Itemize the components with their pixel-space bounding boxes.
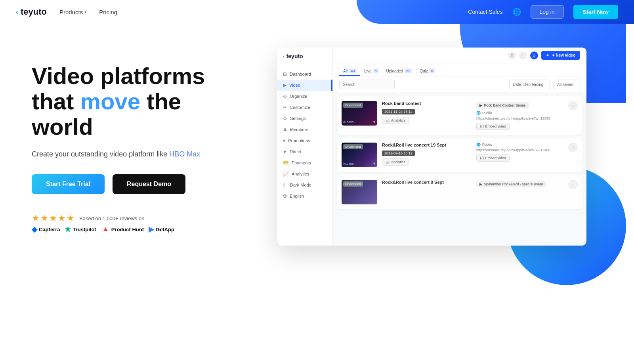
tab-live-label: Live bbox=[364, 69, 371, 73]
sidebar-item-payments[interactable]: 💳 Payments bbox=[277, 157, 332, 168]
topbar-settings-icon[interactable]: ⚙ bbox=[508, 51, 516, 59]
thumb-heart-1: ♥ bbox=[373, 120, 376, 124]
app-filters: Date: Decreasing All series bbox=[333, 76, 586, 92]
navbar: ‹ teyuto Products ▾ Pricing Contact Sale… bbox=[0, 0, 634, 24]
sidebar-item-video[interactable]: ▶ Video bbox=[277, 80, 332, 91]
video-url-1: https://demoex.teyuto.tv/app/live/live7w… bbox=[476, 116, 563, 120]
trustpilot-label: Trustpilot bbox=[73, 227, 96, 233]
organize-icon: ⊙ bbox=[283, 93, 287, 99]
dashboard-icon: ⊞ bbox=[283, 71, 287, 77]
pricing-nav-link[interactable]: Pricing bbox=[99, 9, 117, 15]
sidebar-item-darkmode[interactable]: ☾ Dark Mode bbox=[277, 179, 332, 191]
video-title-2: Rock&Roll live concert 19 Sept bbox=[382, 143, 472, 147]
contact-sales-link[interactable]: Contact Sales bbox=[468, 9, 502, 15]
sidebar-payments-label: Payments bbox=[292, 160, 311, 165]
logo[interactable]: ‹ teyuto bbox=[16, 7, 47, 17]
reviews-text: Based on 1,000+ reviews on bbox=[79, 215, 144, 221]
embed-icon-1: ⟨/⟩ bbox=[480, 124, 484, 128]
sidebar-item-direct[interactable]: ➤ Direct bbox=[277, 146, 332, 157]
app-logo: ‹ teyuto bbox=[277, 53, 332, 65]
navbar-right: Contact Sales 🌐 Log in Start Now bbox=[468, 5, 618, 19]
tab-all-label: All bbox=[343, 69, 348, 73]
hbo-max-link[interactable]: HBO Max bbox=[169, 150, 200, 158]
reviews-section: ★★★★★ Based on 1,000+ reviews on ◆ Capte… bbox=[32, 213, 254, 234]
sidebar-item-dashboard[interactable]: ⊞ Dashboard bbox=[277, 69, 332, 80]
direct-icon: ➤ bbox=[283, 149, 287, 154]
globe-icon[interactable]: 🌐 bbox=[512, 8, 521, 16]
video-public-2: 🌐 Public bbox=[476, 143, 563, 147]
analytics-icon-2: 📊 bbox=[386, 160, 390, 164]
request-demo-button[interactable]: Request Demo bbox=[113, 174, 185, 194]
hero-title-line4: world bbox=[32, 114, 93, 139]
video-card-2: Ondemand #12488 ♥ Rock&Roll live concert… bbox=[337, 138, 582, 172]
tab-uploaded[interactable]: Uploaded 32 bbox=[382, 67, 416, 76]
settings-icon: ⚙ bbox=[283, 116, 287, 121]
video-date-1: 2021-11-24 16:14 bbox=[382, 109, 415, 114]
thumb-heart-2: ♥ bbox=[373, 161, 376, 166]
app-logo-chevron-icon: ‹ bbox=[283, 54, 285, 59]
topbar-avatar[interactable]: U bbox=[530, 51, 538, 59]
sidebar-item-customize[interactable]: ✂ Customize bbox=[277, 102, 332, 113]
hero-section: Video platforms that move the world Crea… bbox=[0, 24, 634, 364]
getapp-icon: ▶ bbox=[149, 225, 154, 234]
new-video-label: ✦ New video bbox=[552, 53, 575, 57]
video-card-1: Ondemand #15855 ♥ Rock band contest 2021… bbox=[337, 96, 582, 135]
promotions-icon: ♦ bbox=[283, 138, 285, 143]
tab-quiz[interactable]: Quiz 0 bbox=[416, 67, 439, 76]
start-now-button[interactable]: Start Now bbox=[573, 5, 618, 19]
series-filter-select[interactable]: All series bbox=[554, 80, 580, 89]
date-filter-select[interactable]: Date: Decreasing bbox=[509, 80, 550, 89]
hero-title-highlight: move bbox=[80, 88, 140, 114]
embed-btn-1[interactable]: ⟨/⟩ Embed video bbox=[476, 123, 510, 130]
sidebar-settings-label: Settings bbox=[290, 116, 306, 121]
video-info-3: Rock&Roll live concert 8 Sept bbox=[382, 180, 472, 186]
language-icon: ✿ bbox=[283, 193, 287, 199]
sidebar-item-english[interactable]: ✿ English bbox=[277, 191, 332, 202]
capterra-icon: ◆ bbox=[32, 225, 37, 234]
sidebar-item-settings[interactable]: ⚙ Settings bbox=[277, 113, 332, 124]
producthunt-icon: 🔺 bbox=[101, 225, 110, 234]
navbar-left: ‹ teyuto Products ▾ Pricing bbox=[16, 7, 117, 17]
sidebar-english-label: English bbox=[290, 194, 304, 198]
getapp-label: GetApp bbox=[156, 227, 174, 233]
video-card-3: Ondemand Rock&Roll live concert 8 Sept ▶… bbox=[337, 175, 582, 209]
sidebar-item-analytics[interactable]: 📈 Analytics bbox=[277, 168, 332, 179]
sidebar-promotions-label: Promotions bbox=[288, 138, 310, 143]
video-analytics-btn-2[interactable]: 📊 Analytics bbox=[382, 158, 409, 166]
getapp-logo: ▶ GetApp bbox=[149, 225, 174, 234]
tab-live[interactable]: Live 8 bbox=[360, 67, 382, 76]
tab-uploaded-badge: 32 bbox=[405, 69, 412, 73]
search-input[interactable] bbox=[339, 80, 395, 89]
video-info-1: Rock band contest 2021-11-24 16:14 📊 Ana… bbox=[382, 101, 472, 124]
login-button[interactable]: Log in bbox=[531, 5, 564, 19]
tab-all[interactable]: All 40 bbox=[339, 67, 360, 76]
capterra-label: Capterra bbox=[39, 227, 60, 233]
hero-title-line1: Video platforms bbox=[32, 63, 205, 89]
thumb-tag-3: Ondemand bbox=[343, 181, 363, 187]
products-nav-link[interactable]: Products ▾ bbox=[59, 9, 86, 15]
topbar-options-icon[interactable]: ⋯ bbox=[519, 51, 527, 59]
trustpilot-logo: ★ Trustpilot bbox=[65, 225, 96, 234]
sidebar-video-label: Video bbox=[289, 83, 300, 88]
video-action-icon-1[interactable]: › bbox=[568, 101, 578, 111]
video-action-icon-3[interactable]: › bbox=[568, 180, 578, 189]
sidebar-item-promotions[interactable]: ♦ Promotions bbox=[277, 135, 332, 146]
pricing-label: Pricing bbox=[99, 9, 117, 15]
sidebar-item-organize[interactable]: ⊙ Organize bbox=[277, 91, 332, 102]
star-rating: ★★★★★ bbox=[32, 213, 75, 223]
sidebar-item-members[interactable]: ♟ Members bbox=[277, 124, 332, 135]
members-icon: ♟ bbox=[283, 127, 287, 132]
logo-chevron-icon: ‹ bbox=[16, 8, 18, 16]
video-meta-1: ▶ Rock Band Contest Series 🌐 Public http… bbox=[476, 101, 563, 130]
embed-btn-2[interactable]: ⟨/⟩ Embed video bbox=[476, 154, 510, 162]
new-video-button[interactable]: ✦ ✦ New video bbox=[541, 51, 580, 60]
review-logos-row: ◆ Capterra ★ Trustpilot 🔺 Product Hunt ▶… bbox=[32, 225, 254, 234]
sidebar-darkmode-label: Dark Mode bbox=[290, 183, 311, 187]
video-action-icon-2[interactable]: i bbox=[568, 143, 578, 152]
hero-subtitle: Create your outstanding video platform l… bbox=[32, 150, 254, 158]
hero-left: Video platforms that move the world Crea… bbox=[32, 48, 254, 234]
start-free-trial-button[interactable]: Start Free Trial bbox=[32, 174, 105, 194]
sidebar-dashboard-label: Dashboard bbox=[290, 72, 311, 76]
video-analytics-btn-1[interactable]: 📊 Analytics bbox=[382, 117, 409, 124]
sidebar-organize-label: Organize bbox=[290, 94, 307, 99]
